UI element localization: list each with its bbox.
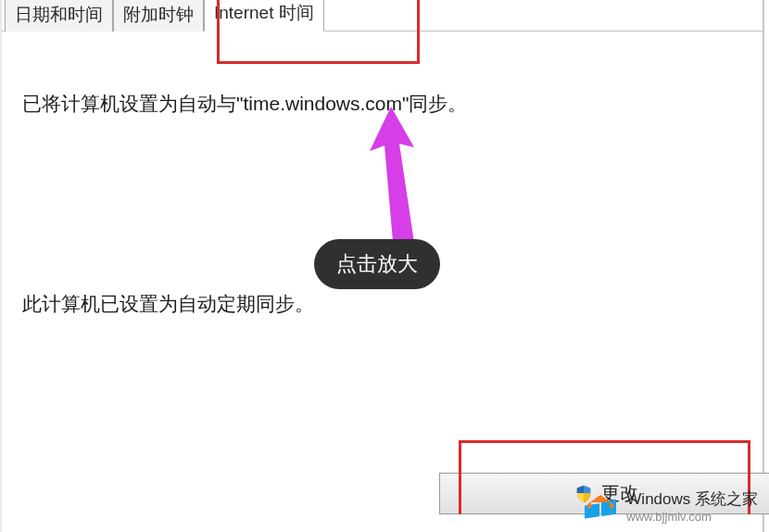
- watermark-text: Windows 系统之家 www.bjjmlv.com: [626, 488, 758, 524]
- watermark: Windows 系统之家 www.bjjmlv.com: [582, 488, 758, 525]
- tab-content: 已将计算机设置为自动与"time.windows.com"同步。 此计算机已设置…: [2, 32, 763, 320]
- tab-bar: 日期和时间 附加时钟 Internet 时间: [2, 0, 763, 32]
- watermark-url: www.bjjmlv.com: [626, 510, 758, 524]
- sync-server-status: 已将计算机设置为自动与"time.windows.com"同步。: [22, 87, 742, 120]
- tab-internet-time[interactable]: Internet 时间: [204, 0, 324, 32]
- tab-date-time[interactable]: 日期和时间: [5, 0, 113, 32]
- watermark-title: Windows 系统之家: [626, 488, 758, 510]
- svg-rect-1: [585, 503, 599, 518]
- auto-sync-status: 此计算机已设置为自动定期同步。: [22, 287, 742, 321]
- watermark-logo-icon: [582, 488, 619, 525]
- dialog-panel: 日期和时间 附加时钟 Internet 时间 已将计算机设置为自动与"time.…: [0, 0, 764, 532]
- tab-additional-clocks[interactable]: 附加时钟: [113, 0, 204, 32]
